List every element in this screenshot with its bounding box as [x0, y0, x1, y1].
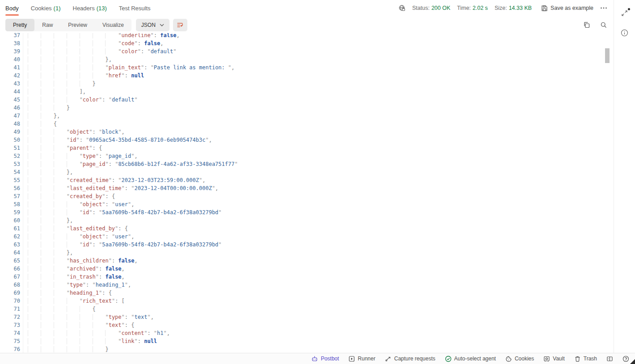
line-number: 47 — [0, 112, 20, 120]
help-icon[interactable] — [622, 356, 629, 362]
tab-body[interactable]: Body — [5, 0, 19, 16]
capture-requests-label: Capture requests — [394, 356, 435, 362]
code-line: 69 "heading_1": { — [0, 289, 614, 297]
status-value: 200 OK — [432, 5, 450, 11]
code-line: 60 }, — [0, 216, 614, 224]
wrap-lines-icon — [177, 22, 183, 28]
code-line: 68 "type": "heading_1", — [0, 281, 614, 289]
line-number: 55 — [0, 176, 20, 184]
line-number: 39 — [0, 47, 20, 55]
code-line: 38 "code": false, — [0, 39, 614, 47]
expand-pane-icon[interactable] — [621, 10, 628, 17]
vault-button[interactable]: Vault — [543, 356, 564, 362]
status-label: Status: — [412, 5, 430, 11]
vault-icon — [543, 356, 550, 362]
tab-headers[interactable]: Headers (13) — [73, 0, 107, 16]
code-line: 52 "type": "page_id", — [0, 152, 614, 160]
time-value: 2.02 s — [473, 5, 488, 11]
postbot-label: Postbot — [321, 356, 339, 362]
more-options-icon[interactable] — [600, 5, 607, 11]
save-as-example-button[interactable]: Save as example — [541, 5, 593, 12]
line-number: 40 — [0, 55, 20, 63]
line-number: 49 — [0, 128, 20, 136]
view-mode-raw[interactable]: Raw — [34, 19, 60, 31]
capture-requests-icon — [385, 356, 391, 362]
line-number: 52 — [0, 152, 20, 160]
size-value: 14.33 KB — [509, 5, 532, 11]
capture-requests-button[interactable]: Capture requests — [385, 356, 435, 362]
runner-icon — [348, 356, 355, 362]
notification-dot — [628, 8, 630, 10]
toolbar-right-icons — [583, 21, 607, 29]
line-number: 44 — [0, 88, 20, 96]
network-globe-lock-icon[interactable] — [398, 4, 406, 12]
trash-label: Trash — [584, 356, 597, 362]
code-line: 39 "color": "default" — [0, 47, 614, 55]
wrap-lines-button[interactable] — [173, 19, 187, 31]
code-line: 53 "page_id": "85cb68b6-b12f-4a62-af33-3… — [0, 160, 614, 168]
line-number: 48 — [0, 120, 20, 128]
size-label: Size: — [495, 5, 507, 11]
window-resize-corner — [630, 359, 635, 364]
code-line: 66 "archived": false, — [0, 265, 614, 273]
search-icon[interactable] — [600, 21, 607, 29]
line-number: 63 — [0, 241, 20, 249]
response-body-viewer[interactable]: 37 "underline": false,38 "code": false,3… — [0, 0, 614, 353]
view-mode-pretty[interactable]: Pretty — [5, 19, 34, 31]
line-number: 54 — [0, 168, 20, 176]
code-line: 73 "text": { — [0, 321, 614, 329]
footer-status-bar: Postbot Runner Capture requests — [0, 353, 635, 364]
tab-label: Headers — [73, 5, 95, 12]
auto-select-agent-button[interactable]: Auto-select agent — [445, 356, 496, 362]
code-line: 41 "plain_text": "Paste link as mention:… — [0, 63, 614, 72]
language-dropdown[interactable]: JSON — [136, 19, 169, 31]
code-line: 63 "id": "5aa7609b-54f8-42b7-b4a2-6f38a0… — [0, 241, 614, 249]
cookies-button[interactable]: Cookies — [505, 356, 534, 362]
line-number: 56 — [0, 184, 20, 192]
language-value: JSON — [141, 22, 156, 28]
line-number: 75 — [0, 337, 20, 345]
split-pane-icon[interactable] — [606, 356, 613, 362]
line-number: 62 — [0, 233, 20, 241]
code-line: 61 "last_edited_by": { — [0, 224, 614, 233]
line-number: 41 — [0, 63, 20, 72]
code-line: 74 "content": "h1", — [0, 329, 614, 337]
code-lines: 37 "underline": false,38 "code": false,3… — [0, 31, 614, 353]
view-mode-visualize[interactable]: Visualize — [95, 19, 131, 31]
line-number: 68 — [0, 281, 20, 289]
cookies-label: Cookies — [515, 356, 534, 362]
runner-button[interactable]: Runner — [348, 356, 375, 362]
time-label: Time: — [457, 5, 471, 11]
code-line: 48 { — [0, 120, 614, 128]
code-line: 56 "last_edited_time": "2023-12-04T00:00… — [0, 184, 614, 192]
tab-label: Body — [5, 5, 19, 12]
response-header: Body Cookies (1) Headers (13) Test Resul… — [0, 0, 614, 33]
tab-test-results[interactable]: Test Results — [119, 0, 151, 16]
info-icon[interactable] — [621, 29, 628, 37]
response-tab-row: Body Cookies (1) Headers (13) Test Resul… — [0, 0, 614, 16]
vertical-scrollbar-thumb[interactable] — [605, 48, 610, 63]
line-number: 64 — [0, 249, 20, 257]
view-mode-preview[interactable]: Preview — [60, 19, 95, 31]
status-metric: Status: 200 OK — [412, 5, 450, 11]
postman-response-pane: 37 "underline": false,38 "code": false,3… — [0, 0, 635, 364]
copy-icon[interactable] — [583, 21, 590, 29]
line-number: 38 — [0, 39, 20, 47]
code-line: 45 "color": "default" — [0, 96, 614, 104]
tab-cookies[interactable]: Cookies (1) — [31, 0, 61, 16]
line-number: 73 — [0, 321, 20, 329]
code-line: 46 } — [0, 104, 614, 112]
size-metric: Size: 14.33 KB — [495, 5, 532, 11]
code-line: 75 "link": null — [0, 337, 614, 345]
code-line: 67 "in_trash": false, — [0, 273, 614, 281]
postbot-button[interactable]: Postbot — [311, 356, 339, 362]
code-line: 59 "id": "5aa7609b-54f8-42b7-b4a2-6f38a0… — [0, 208, 614, 216]
line-number: 58 — [0, 200, 20, 208]
response-meta: Status: 200 OK Time: 2.02 s Size: 14.33 … — [398, 4, 607, 12]
chevron-down-icon — [160, 24, 164, 26]
code-line: 70 "rich_text": [ — [0, 297, 614, 305]
line-number: 70 — [0, 297, 20, 305]
trash-button[interactable]: Trash — [574, 356, 597, 362]
line-number: 59 — [0, 208, 20, 216]
code-line: 43 } — [0, 80, 614, 88]
